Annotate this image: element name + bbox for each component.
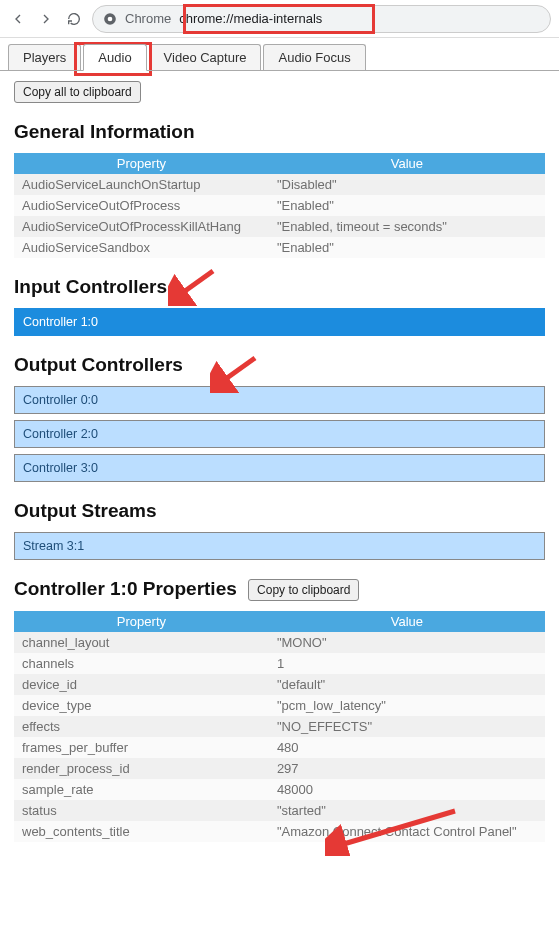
prop-cell: web_contents_title: [14, 821, 269, 842]
tab-video-capture[interactable]: Video Capture: [149, 44, 262, 71]
section-heading-properties: Controller 1:0 Properties Copy to clipbo…: [14, 578, 545, 601]
section-heading-general: General Information: [14, 121, 545, 143]
val-cell: 297: [269, 758, 545, 779]
table-row: channels1: [14, 653, 545, 674]
prop-cell: AudioServiceLaunchOnStartup: [14, 174, 269, 195]
val-cell: "started": [269, 800, 545, 821]
chrome-icon: [103, 12, 117, 26]
prop-cell: status: [14, 800, 269, 821]
prop-cell: effects: [14, 716, 269, 737]
table-row: channel_layout"MONO": [14, 632, 545, 653]
table-row: AudioServiceLaunchOnStartup"Disabled": [14, 174, 545, 195]
prop-cell: AudioServiceOutOfProcessKillAtHang: [14, 216, 269, 237]
val-cell: 480: [269, 737, 545, 758]
address-bar[interactable]: Chrome chrome://media-internals: [92, 5, 551, 33]
general-info-table: Property Value AudioServiceLaunchOnStart…: [14, 153, 545, 258]
val-cell: "Enabled": [269, 195, 545, 216]
tab-audio[interactable]: Audio: [83, 44, 146, 71]
val-cell: "MONO": [269, 632, 545, 653]
tab-audio-focus[interactable]: Audio Focus: [263, 44, 365, 71]
prop-cell: device_id: [14, 674, 269, 695]
prop-cell: frames_per_buffer: [14, 737, 269, 758]
stream-row[interactable]: Stream 3:1: [14, 532, 545, 560]
table-row: device_type"pcm_low_latency": [14, 695, 545, 716]
reload-button[interactable]: [64, 9, 84, 29]
col-property: Property: [14, 611, 269, 632]
arrow-right-icon: [38, 11, 54, 27]
prop-cell: AudioServiceSandbox: [14, 237, 269, 258]
output-controllers-list: Controller 0:0Controller 2:0Controller 3…: [14, 386, 545, 482]
output-streams-list: Stream 3:1: [14, 532, 545, 560]
table-row: render_process_id297: [14, 758, 545, 779]
copy-properties-button[interactable]: Copy to clipboard: [248, 579, 359, 601]
col-property: Property: [14, 153, 269, 174]
table-row: status"started": [14, 800, 545, 821]
tab-players[interactable]: Players: [8, 44, 81, 71]
val-cell: "Enabled": [269, 237, 545, 258]
prop-cell: device_type: [14, 695, 269, 716]
url-protocol-label: Chrome: [125, 11, 171, 26]
prop-cell: channel_layout: [14, 632, 269, 653]
controller-row[interactable]: Controller 1:0: [14, 308, 545, 336]
prop-cell: channels: [14, 653, 269, 674]
table-row: web_contents_title"Amazon Connect Contac…: [14, 821, 545, 842]
properties-title: Controller 1:0 Properties: [14, 578, 237, 599]
col-value: Value: [269, 153, 545, 174]
prop-cell: sample_rate: [14, 779, 269, 800]
copy-all-button[interactable]: Copy all to clipboard: [14, 81, 141, 103]
val-cell: "pcm_low_latency": [269, 695, 545, 716]
table-row: AudioServiceOutOfProcess"Enabled": [14, 195, 545, 216]
arrow-left-icon: [10, 11, 26, 27]
page-content: Copy all to clipboard General Informatio…: [0, 70, 559, 862]
val-cell: "Enabled, timeout = seconds": [269, 216, 545, 237]
val-cell: "Disabled": [269, 174, 545, 195]
reload-icon: [66, 11, 82, 27]
input-controllers-list: Controller 1:0: [14, 308, 545, 336]
val-cell: "default": [269, 674, 545, 695]
prop-cell: AudioServiceOutOfProcess: [14, 195, 269, 216]
section-heading-streams: Output Streams: [14, 500, 545, 522]
forward-button[interactable]: [36, 9, 56, 29]
controller-row[interactable]: Controller 0:0: [14, 386, 545, 414]
table-row: frames_per_buffer480: [14, 737, 545, 758]
prop-cell: render_process_id: [14, 758, 269, 779]
table-row: device_id"default": [14, 674, 545, 695]
val-cell: "Amazon Connect Contact Control Panel": [269, 821, 545, 842]
val-cell: 1: [269, 653, 545, 674]
tab-bar: Players Audio Video Capture Audio Focus: [0, 38, 559, 71]
browser-toolbar: Chrome chrome://media-internals: [0, 0, 559, 38]
val-cell: "NO_EFFECTS": [269, 716, 545, 737]
val-cell: 48000: [269, 779, 545, 800]
table-row: sample_rate48000: [14, 779, 545, 800]
col-value: Value: [269, 611, 545, 632]
table-row: effects"NO_EFFECTS": [14, 716, 545, 737]
table-row: AudioServiceSandbox"Enabled": [14, 237, 545, 258]
table-row: AudioServiceOutOfProcessKillAtHang"Enabl…: [14, 216, 545, 237]
controller-row[interactable]: Controller 2:0: [14, 420, 545, 448]
back-button[interactable]: [8, 9, 28, 29]
svg-point-1: [108, 16, 113, 21]
controller-row[interactable]: Controller 3:0: [14, 454, 545, 482]
url-text: chrome://media-internals: [179, 11, 322, 26]
controller-props-table: Property Value channel_layout"MONO"chann…: [14, 611, 545, 842]
section-heading-input: Input Controllers: [14, 276, 545, 298]
section-heading-output: Output Controllers: [14, 354, 545, 376]
